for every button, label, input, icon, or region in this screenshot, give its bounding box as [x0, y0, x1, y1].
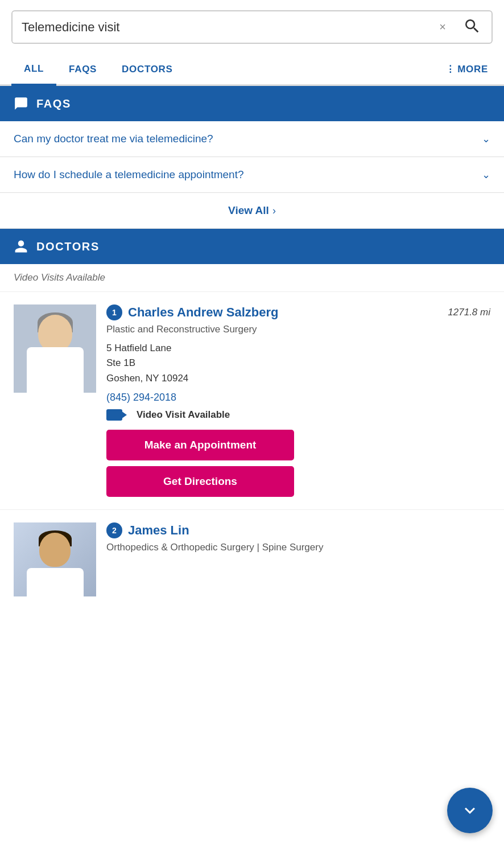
- tab-doctors[interactable]: DOCTORS: [109, 55, 185, 86]
- arrow-right-icon: ›: [272, 205, 276, 217]
- chevron-down-icon: [460, 800, 480, 821]
- search-input[interactable]: [13, 12, 432, 43]
- doctor2-head: [39, 533, 71, 567]
- get-directions-button-1[interactable]: Get Directions: [106, 466, 294, 497]
- doctor-number-badge-2: 2: [106, 522, 122, 538]
- chevron-down-icon-1: ⌄: [482, 133, 490, 145]
- search-icon: [463, 17, 481, 35]
- clear-button[interactable]: ×: [432, 20, 453, 34]
- faq-item-2[interactable]: How do I schedule a telemedicine appoint…: [0, 157, 504, 193]
- doctor-name-1[interactable]: Charles Andrew Salzberg: [128, 305, 278, 320]
- address-line2: Ste 1B: [106, 357, 135, 368]
- doctors-header-label: DOCTORS: [36, 240, 100, 253]
- view-all-row[interactable]: View All ›: [0, 193, 504, 229]
- address-line3: Goshen, NY 10924: [106, 373, 188, 384]
- doctor-head: [38, 315, 72, 352]
- doctor-specialty-1: Plastic and Reconstructive Surgery: [106, 324, 490, 335]
- doctor-name-row-1: 1 Charles Andrew Salzberg 1271.8 mi: [106, 304, 490, 320]
- chevron-down-icon-2: ⌄: [482, 168, 490, 181]
- doctor-specialty-2: Orthopedics & Orthopedic Surgery | Spine…: [106, 542, 490, 553]
- doctor-name-row-2: 2 James Lin: [106, 522, 490, 538]
- tab-more[interactable]: ⋮ MORE: [441, 54, 493, 84]
- doctor-phone-1[interactable]: (845) 294-2018: [106, 392, 490, 404]
- view-all-label: View All: [228, 204, 269, 217]
- doctor-card-1: 1 Charles Andrew Salzberg 1271.8 mi Plas…: [0, 292, 504, 510]
- faq-text-2: How do I schedule a telemedicine appoint…: [14, 168, 475, 181]
- doctor-card-2: 2 James Lin Orthopedics & Orthopedic Sur…: [0, 510, 504, 609]
- person-icon: [14, 239, 28, 254]
- tab-more-label: MORE: [457, 64, 488, 75]
- more-dots-icon: ⋮: [445, 63, 456, 75]
- doctor-name-2[interactable]: James Lin: [128, 523, 189, 538]
- faqs-header-label: FAQS: [36, 97, 71, 110]
- tab-all[interactable]: ALL: [11, 54, 56, 86]
- tabs-bar: ALL FAQS DOCTORS ⋮ MORE: [0, 54, 504, 86]
- doctor-info-1: 1 Charles Andrew Salzberg 1271.8 mi Plas…: [106, 304, 490, 497]
- chat-icon: [14, 96, 28, 111]
- video-visit-row-1: Video Visit Available: [106, 409, 490, 421]
- doctor-info-2: 2 James Lin Orthopedics & Orthopedic Sur…: [106, 522, 490, 596]
- doctor-distance-1: 1271.8 mi: [448, 307, 490, 318]
- doctors-section-header: DOCTORS: [0, 229, 504, 264]
- faq-text-1: Can my doctor treat me via telemedicine?: [14, 133, 475, 145]
- doctor-photo-1: [14, 304, 96, 393]
- doctor-photo-2: [14, 522, 96, 596]
- tab-faqs[interactable]: FAQS: [56, 55, 109, 86]
- make-appointment-button-1[interactable]: Make an Appointment: [106, 430, 294, 460]
- doctor-body: [27, 347, 84, 393]
- search-container: ×: [0, 0, 504, 54]
- faqs-section-header: FAQS: [0, 86, 504, 121]
- address-line1: 5 Hatfield Lane: [106, 343, 171, 353]
- scroll-down-button[interactable]: [447, 788, 493, 833]
- video-visits-available-label: Video Visits Available: [0, 264, 504, 292]
- search-bar: ×: [11, 10, 493, 44]
- video-visit-label-1: Video Visit Available: [137, 409, 230, 421]
- video-camera-icon: [106, 409, 122, 421]
- faq-item-1[interactable]: Can my doctor treat me via telemedicine?…: [0, 121, 504, 157]
- doctor-number-badge-1: 1: [106, 304, 122, 320]
- search-button[interactable]: [453, 11, 491, 43]
- doctor2-body: [27, 568, 84, 596]
- doctor-address-1: 5 Hatfield Lane Ste 1B Goshen, NY 10924: [106, 341, 490, 386]
